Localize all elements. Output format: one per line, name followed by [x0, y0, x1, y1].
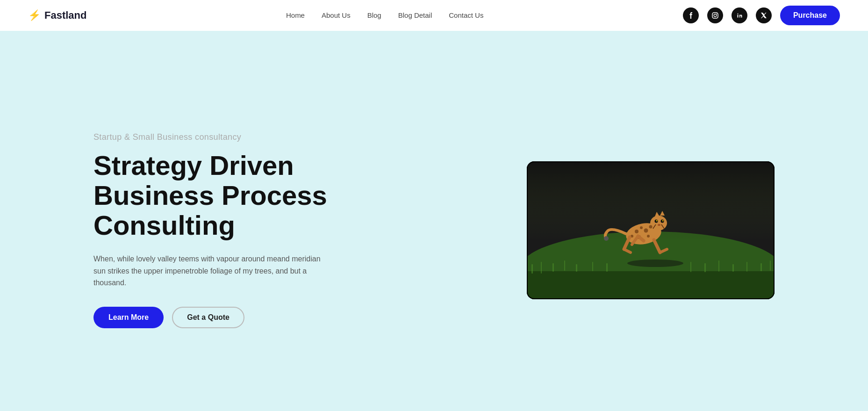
svg-rect-0 — [712, 13, 718, 18]
svg-point-33 — [656, 220, 658, 222]
svg-point-26 — [650, 216, 667, 231]
svg-point-2 — [716, 14, 717, 14]
svg-rect-14 — [564, 260, 565, 271]
svg-point-34 — [662, 220, 664, 222]
hero-body-text: When, while lovely valley teems with vap… — [93, 253, 327, 289]
svg-rect-23 — [760, 263, 762, 271]
cheetah-scene-svg — [527, 161, 775, 299]
hero-content: Startup & Small Business consultancy Str… — [93, 132, 355, 328]
svg-point-42 — [647, 235, 650, 238]
svg-point-37 — [640, 226, 643, 229]
svg-point-38 — [644, 229, 648, 233]
svg-rect-13 — [552, 263, 554, 272]
logo-link[interactable]: ⚡ Fastland — [28, 9, 86, 22]
hero-section: Startup & Small Business consultancy Str… — [0, 31, 868, 411]
svg-rect-4 — [737, 15, 738, 18]
hero-media-container — [527, 161, 775, 299]
instagram-icon[interactable] — [707, 7, 723, 23]
linkedin-icon[interactable] — [732, 7, 747, 23]
svg-rect-12 — [541, 262, 542, 274]
svg-rect-15 — [576, 264, 577, 272]
svg-rect-9 — [527, 271, 775, 299]
nav-blog[interactable]: Blog — [367, 11, 381, 19]
svg-point-36 — [635, 230, 638, 233]
learn-more-button[interactable]: Learn More — [93, 307, 164, 328]
svg-rect-11 — [531, 264, 533, 274]
svg-point-5 — [737, 14, 738, 14]
nav-links: Home About Us Blog Blog Detail Contact U… — [286, 11, 484, 20]
twitter-icon[interactable] — [756, 7, 772, 23]
get-quote-button[interactable]: Get a Quote — [172, 307, 244, 328]
svg-point-35 — [658, 224, 660, 226]
purchase-button[interactable]: Purchase — [780, 6, 840, 25]
svg-point-39 — [649, 225, 653, 229]
nav-about-us[interactable]: About Us — [322, 11, 351, 19]
svg-rect-22 — [746, 262, 747, 272]
svg-rect-17 — [606, 263, 608, 272]
svg-point-50 — [627, 260, 683, 267]
nav-home[interactable]: Home — [286, 11, 305, 19]
logo-icon: ⚡ — [28, 9, 41, 22]
svg-point-49 — [604, 236, 609, 241]
svg-rect-16 — [592, 262, 593, 271]
logo-text: Fastland — [44, 9, 86, 22]
hero-video[interactable] — [527, 161, 775, 299]
facebook-icon[interactable] — [683, 7, 699, 23]
svg-rect-24 — [770, 260, 771, 271]
svg-rect-20 — [718, 260, 719, 272]
hero-buttons: Learn More Get a Quote — [93, 307, 355, 328]
hero-subtitle: Startup & Small Business consultancy — [93, 132, 355, 142]
navbar: ⚡ Fastland Home About Us Blog Blog Detai… — [0, 0, 868, 31]
nav-right: Purchase — [683, 6, 840, 25]
nav-contact-us[interactable]: Contact Us — [449, 11, 483, 19]
nav-blog-detail[interactable]: Blog Detail — [398, 11, 432, 19]
svg-point-1 — [714, 14, 717, 17]
svg-rect-18 — [690, 262, 691, 272]
hero-title: Strategy Driven Business Process Consult… — [93, 151, 355, 240]
svg-rect-19 — [704, 263, 706, 272]
svg-rect-21 — [732, 264, 734, 272]
